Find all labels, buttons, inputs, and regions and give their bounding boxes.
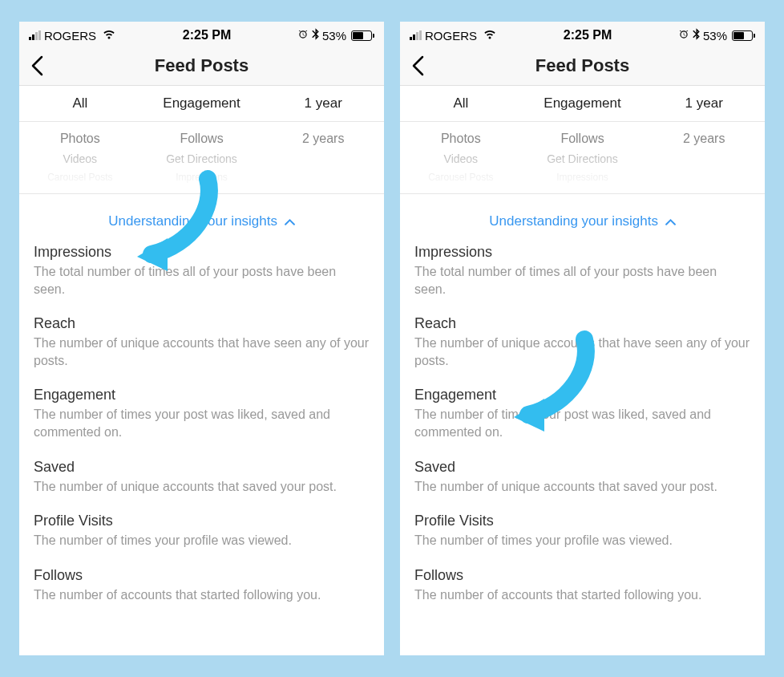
picker-col-content[interactable]: Photos Videos Carousel Posts [400, 122, 522, 193]
definition-desc: The total number of times all of your po… [414, 263, 750, 298]
status-bar: ROGERS 2:25 PM 53% [19, 22, 384, 46]
wifi-icon [483, 29, 497, 43]
definition-engagement: Engagement The number of times your post… [414, 387, 750, 440]
signal-icon [410, 30, 422, 40]
definition-desc: The total number of times all of your po… [34, 263, 370, 298]
phone-screen-left: ROGERS 2:25 PM 53% Feed Posts All [19, 22, 384, 655]
picker-item[interactable]: Videos [63, 149, 98, 168]
definition-desc: The number of accounts that started foll… [414, 586, 750, 604]
picker-item[interactable]: 2 years [683, 128, 725, 149]
definition-desc: The number of unique accounts that have … [414, 334, 750, 369]
tab-content-type[interactable]: All [19, 86, 141, 121]
definition-title: Impressions [34, 244, 370, 261]
status-left: ROGERS [29, 29, 116, 43]
definition-title: Engagement [34, 387, 370, 403]
tab-metric[interactable]: Engagement [141, 86, 263, 121]
definition-desc: The number of times your post was liked,… [414, 406, 750, 440]
battery-icon [730, 30, 755, 41]
understanding-insights-link[interactable]: Understanding your insights [489, 213, 675, 229]
carrier-label: ROGERS [44, 29, 96, 43]
battery-percent: 53% [703, 29, 727, 43]
picker-item[interactable]: Get Directions [547, 149, 618, 168]
nav-title: Feed Posts [535, 55, 629, 76]
filter-tabs: All Engagement 1 year [400, 86, 765, 122]
tab-timeframe[interactable]: 1 year [643, 86, 765, 121]
insights-link-wrap: Understanding your insights [19, 194, 384, 244]
alarm-icon [678, 29, 689, 43]
carrier-label: ROGERS [425, 29, 477, 43]
picker-item[interactable]: Impressions [176, 168, 228, 186]
tab-content-type[interactable]: All [400, 86, 522, 121]
definition-follows: Follows The number of accounts that star… [34, 567, 370, 604]
picker-item[interactable]: Carousel Posts [428, 168, 493, 186]
picker-col-metric[interactable]: Follows Get Directions Impressions [141, 122, 263, 193]
definition-title: Profile Visits [34, 513, 370, 529]
filter-picker[interactable]: Photos Videos Carousel Posts Follows Get… [19, 122, 384, 194]
picker-item[interactable]: Photos [441, 128, 481, 149]
definition-desc: The number of accounts that started foll… [34, 586, 370, 604]
understanding-insights-link[interactable]: Understanding your insights [108, 213, 294, 229]
definition-desc: The number of times your profile was vie… [34, 532, 370, 549]
definition-engagement: Engagement The number of times your post… [34, 387, 370, 440]
definition-title: Impressions [414, 244, 750, 261]
definition-impressions: Impressions The total number of times al… [34, 244, 370, 298]
definition-profile-visits: Profile Visits The number of times your … [414, 513, 750, 549]
bluetooth-icon [693, 28, 700, 43]
insights-link-wrap: Understanding your insights [400, 194, 765, 244]
chevron-up-icon [285, 213, 295, 229]
definition-title: Reach [34, 315, 370, 332]
picker-col-time[interactable]: 2 years [643, 122, 765, 193]
picker-col-time[interactable]: 2 years [262, 122, 384, 193]
definition-profile-visits: Profile Visits The number of times your … [34, 513, 370, 549]
definition-desc: The number of times your post was liked,… [34, 406, 370, 440]
definition-title: Follows [34, 567, 370, 584]
definition-desc: The number of unique accounts that saved… [34, 478, 370, 496]
insights-link-label: Understanding your insights [108, 213, 277, 229]
picker-item[interactable]: Photos [60, 128, 100, 149]
definition-desc: The number of times your profile was vie… [414, 532, 750, 549]
definition-desc: The number of unique accounts that saved… [414, 478, 750, 496]
chevron-up-icon [665, 213, 676, 229]
definition-title: Profile Visits [414, 513, 750, 529]
definition-impressions: Impressions The total number of times al… [414, 244, 750, 298]
picker-item[interactable]: Impressions [556, 168, 608, 186]
alarm-icon [297, 29, 309, 43]
definition-desc: The number of unique accounts that have … [34, 334, 370, 369]
status-left: ROGERS [410, 29, 497, 43]
wifi-icon [102, 29, 116, 43]
definition-follows: Follows The number of accounts that star… [414, 567, 750, 604]
picker-col-metric[interactable]: Follows Get Directions Impressions [522, 122, 644, 193]
picker-item[interactable]: Get Directions [166, 149, 237, 168]
nav-title: Feed Posts [155, 55, 249, 76]
definition-saved: Saved The number of unique accounts that… [414, 459, 750, 496]
battery-percent: 53% [322, 29, 346, 43]
picker-item[interactable]: Videos [444, 149, 479, 168]
filter-picker[interactable]: Photos Videos Carousel Posts Follows Get… [400, 122, 765, 194]
definitions-list: Impressions The total number of times al… [400, 244, 765, 603]
back-button[interactable] [411, 55, 424, 76]
tab-timeframe[interactable]: 1 year [262, 86, 384, 121]
filter-tabs: All Engagement 1 year [19, 86, 384, 122]
battery-icon [350, 30, 374, 41]
tab-metric[interactable]: Engagement [522, 86, 644, 121]
definition-title: Engagement [414, 387, 750, 403]
nav-header: Feed Posts [400, 46, 765, 86]
picker-item[interactable]: Follows [180, 128, 223, 149]
nav-header: Feed Posts [19, 46, 384, 86]
definition-title: Saved [414, 459, 750, 476]
phone-screen-right: ROGERS 2:25 PM 53% Feed Posts All [400, 22, 765, 655]
definition-reach: Reach The number of unique accounts that… [414, 315, 750, 369]
picker-item[interactable]: 2 years [302, 128, 344, 149]
definitions-list: Impressions The total number of times al… [19, 244, 384, 603]
status-time: 2:25 PM [564, 28, 612, 43]
picker-item[interactable]: Follows [560, 128, 604, 149]
insights-link-label: Understanding your insights [489, 213, 658, 229]
definition-saved: Saved The number of unique accounts that… [34, 459, 370, 496]
picker-item[interactable]: Carousel Posts [47, 168, 112, 186]
bluetooth-icon [312, 28, 319, 43]
definition-title: Follows [414, 567, 750, 584]
picker-col-content[interactable]: Photos Videos Carousel Posts [19, 122, 141, 193]
definition-title: Saved [34, 459, 370, 476]
back-button[interactable] [30, 55, 43, 76]
definition-reach: Reach The number of unique accounts that… [34, 315, 370, 369]
